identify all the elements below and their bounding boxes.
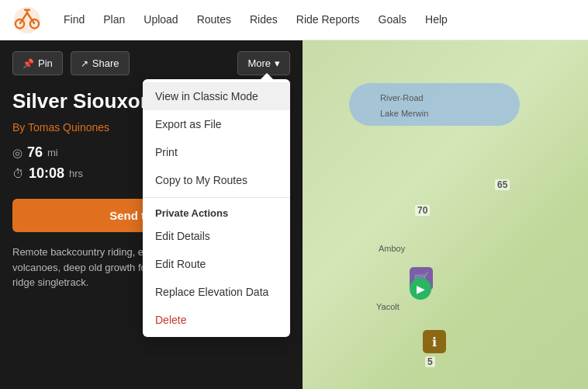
map-background: River-Road Lake Merwin 65 70 Amboy Yacol…: [303, 40, 588, 389]
dropdown-replace-elevation[interactable]: Replace Elevation Data: [143, 278, 290, 306]
nav-ride-reports[interactable]: Ride Reports: [289, 9, 368, 31]
dropdown-delete[interactable]: Delete: [143, 306, 290, 334]
map-label-yacolt: Yacolt: [376, 302, 399, 311]
nav-rides[interactable]: Rides: [242, 9, 285, 30]
main-layout: 📌 Pin ↗ Share More ▾ View in Classic Mod…: [0, 40, 588, 389]
dropdown-copy-routes[interactable]: Copy to My Routes: [143, 166, 290, 194]
chevron-down-icon: ▾: [275, 57, 280, 69]
distance-icon: ◎: [12, 146, 22, 160]
map-label-lake-merwin: Lake Merwin: [380, 109, 428, 118]
dropdown-edit-route[interactable]: Edit Route: [143, 250, 290, 278]
dropdown-print[interactable]: Print: [143, 138, 290, 166]
pin-icon: 📌: [22, 58, 34, 69]
share-button[interactable]: ↗ Share: [71, 51, 130, 75]
map-icon-park: ℹ: [423, 330, 446, 353]
map-label-65: 65: [495, 179, 510, 190]
more-dropdown: View in Classic Mode Export as File Prin…: [143, 79, 290, 337]
navigation: Find Plan Upload Routes Rides Ride Repor…: [0, 0, 588, 40]
nav-find[interactable]: Find: [56, 9, 92, 30]
map-area[interactable]: River-Road Lake Merwin 65 70 Amboy Yacol…: [303, 40, 588, 389]
share-icon: ↗: [81, 58, 88, 69]
map-icon-play: ▶: [410, 278, 431, 300]
map-label-70: 70: [415, 205, 430, 216]
stat-time: ⏱ 10:08 hrs: [12, 165, 151, 182]
map-label-5: 5: [425, 356, 435, 367]
more-button[interactable]: More ▾: [237, 51, 290, 75]
sidebar-toolbar: 📌 Pin ↗ Share More ▾ View in Classic Mod…: [0, 40, 303, 86]
dropdown-edit-details[interactable]: Edit Details: [143, 222, 290, 250]
map-label-river-road: River-Road: [380, 93, 424, 102]
nav-goals[interactable]: Goals: [371, 9, 415, 30]
nav-links: Find Plan Upload Routes Rides Ride Repor…: [56, 9, 576, 31]
author-link[interactable]: Tomas Quinones: [28, 121, 109, 134]
stat-distance: ◎ 76 mi: [12, 144, 151, 161]
nav-plan[interactable]: Plan: [95, 9, 133, 30]
sidebar: 📌 Pin ↗ Share More ▾ View in Classic Mod…: [0, 40, 303, 389]
nav-upload[interactable]: Upload: [136, 9, 185, 30]
dropdown-export-file[interactable]: Export as File: [143, 110, 290, 138]
map-label-amboy: Amboy: [379, 244, 405, 253]
nav-routes[interactable]: Routes: [189, 9, 239, 30]
dropdown-private-actions-header: Private Actions: [143, 201, 290, 222]
logo[interactable]: [12, 5, 42, 35]
pin-button[interactable]: 📌 Pin: [12, 51, 63, 75]
dropdown-divider: [143, 197, 290, 198]
time-icon: ⏱: [12, 167, 24, 180]
nav-help[interactable]: Help: [417, 9, 455, 30]
dropdown-view-classic[interactable]: View in Classic Mode: [143, 82, 290, 110]
